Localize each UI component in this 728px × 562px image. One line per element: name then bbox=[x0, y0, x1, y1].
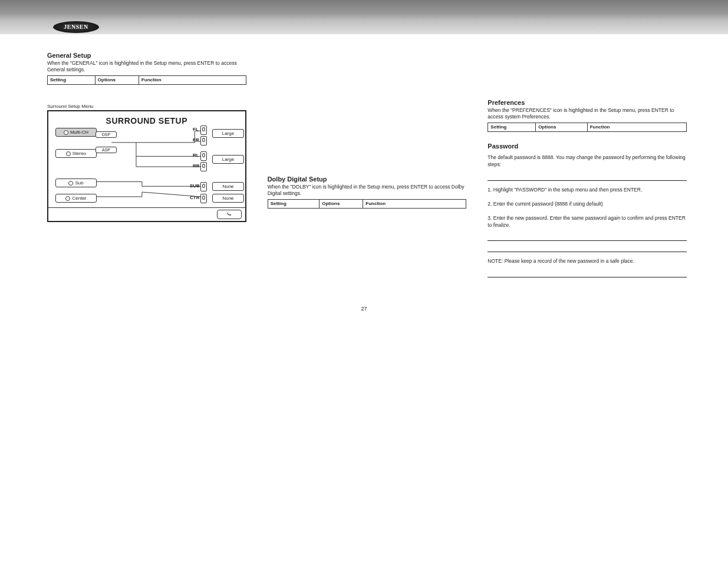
write-line bbox=[487, 246, 687, 252]
write-line bbox=[487, 174, 687, 181]
dolby-table: Setting Options Function bbox=[268, 199, 467, 209]
front-value-pill[interactable]: Large bbox=[212, 129, 244, 138]
speaker-icon bbox=[200, 194, 207, 203]
asp-chip: ASP bbox=[95, 147, 117, 153]
sub-pill[interactable]: Sub bbox=[55, 178, 97, 187]
table-header: Setting bbox=[268, 200, 319, 209]
table-header: Setting bbox=[488, 123, 536, 132]
prefs-title: Preferences bbox=[487, 99, 687, 106]
password-note: NOTE: Please keep a record of the new pa… bbox=[487, 258, 687, 265]
surround-caption: Surround Setup Menu bbox=[47, 104, 246, 109]
ctr-value-pill[interactable]: None bbox=[212, 194, 244, 203]
speaker-icon bbox=[200, 151, 207, 161]
table-header: Setting bbox=[48, 76, 95, 85]
speaker-icon bbox=[200, 136, 207, 146]
general-setup-title: General Setup bbox=[47, 52, 246, 59]
general-setup-subtitle: When the "GENERAL" icon is highlighted i… bbox=[47, 60, 246, 73]
table-header: Options bbox=[95, 76, 139, 85]
rr-label: RR bbox=[193, 163, 200, 168]
general-setup-table: Setting Options Function bbox=[47, 75, 246, 85]
password-step-3: 3. Enter the new password. Enter the sam… bbox=[487, 215, 687, 229]
password-step-2: 2. Enter the current password (8888 if u… bbox=[487, 201, 687, 208]
surround-return-button[interactable]: ⤶ bbox=[217, 210, 242, 219]
password-title: Password bbox=[487, 143, 687, 150]
sub-label: SUB bbox=[190, 183, 200, 189]
rear-value-pill[interactable]: Large bbox=[212, 155, 244, 164]
brand-logo: JENSEN bbox=[53, 21, 99, 33]
speaker-icon bbox=[200, 182, 207, 191]
write-line bbox=[487, 271, 687, 277]
fl-label: FL bbox=[193, 127, 199, 132]
page-number: 27 bbox=[0, 303, 728, 323]
stereo-pill[interactable]: Stereo bbox=[55, 149, 97, 158]
dolby-subtitle: When the "DOLBY" icon is highlighted in … bbox=[268, 184, 467, 197]
password-intro: The default password is 8888. You may ch… bbox=[487, 154, 687, 168]
password-step-1: 1. Highlight "PASSWORD" in the setup men… bbox=[487, 187, 687, 194]
table-header: Function bbox=[363, 200, 466, 209]
center-pill[interactable]: Center bbox=[55, 194, 97, 203]
speaker-icon bbox=[200, 125, 207, 135]
header-banner: JENSEN bbox=[0, 0, 728, 34]
prefs-subtitle: When the "PREFERENCES" icon is highlight… bbox=[487, 107, 687, 120]
surround-title: SURROUND SETUP bbox=[48, 116, 245, 125]
ctr-label: CTR bbox=[190, 195, 199, 200]
surround-diagram: SURROUND SETUP bbox=[47, 110, 246, 222]
prefs-table: Setting Options Function bbox=[487, 123, 687, 132]
multi-ch-pill[interactable]: Multi-CH bbox=[55, 128, 97, 137]
table-header: Options bbox=[319, 200, 363, 209]
speaker-icon bbox=[200, 162, 207, 171]
dsp-chip: DSP bbox=[95, 131, 117, 138]
table-header: Function bbox=[587, 123, 686, 132]
write-line bbox=[487, 234, 687, 241]
fr-label: FR bbox=[193, 137, 199, 143]
sub-value-pill[interactable]: None bbox=[212, 182, 244, 191]
rl-label: RL bbox=[193, 153, 199, 158]
table-header: Options bbox=[536, 123, 588, 132]
dolby-title: Dolby Digital Setup bbox=[268, 176, 467, 183]
table-header: Function bbox=[139, 76, 246, 85]
